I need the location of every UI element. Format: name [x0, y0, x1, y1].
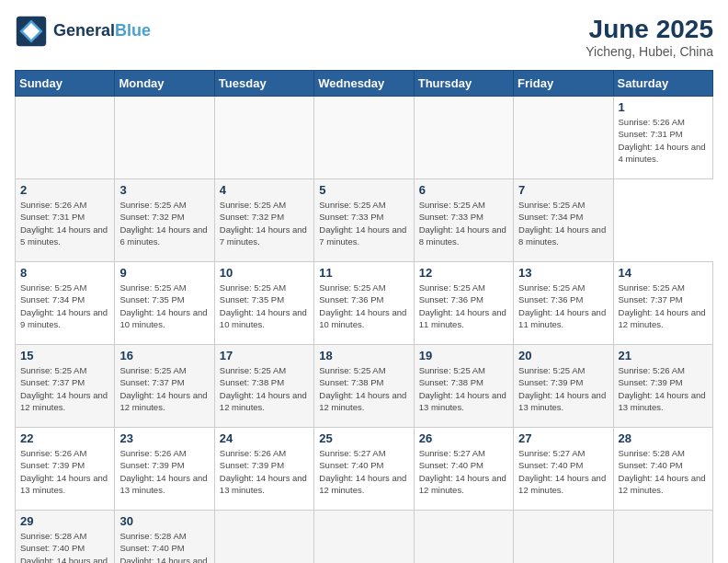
calendar-day-cell: 29 Sunrise: 5:28 AM Sunset: 7:40 PM Dayl…	[16, 511, 115, 564]
day-info: Sunrise: 5:28 AM Sunset: 7:40 PM Dayligh…	[20, 530, 109, 563]
day-info: Sunrise: 5:25 AM Sunset: 7:33 PM Dayligh…	[419, 199, 508, 247]
calendar-day-cell: 3 Sunrise: 5:25 AM Sunset: 7:32 PM Dayli…	[115, 179, 214, 262]
day-number: 13	[518, 266, 608, 280]
day-number: 1	[619, 100, 708, 114]
calendar-day-cell: 4 Sunrise: 5:25 AM Sunset: 7:32 PM Dayli…	[214, 179, 313, 262]
title-block: June 2025 Yicheng, Hubei, China	[586, 15, 713, 59]
day-number: 21	[619, 349, 708, 362]
day-info: Sunrise: 5:26 AM Sunset: 7:31 PM Dayligh…	[20, 199, 109, 247]
day-number: 6	[419, 183, 508, 197]
day-info: Sunrise: 5:25 AM Sunset: 7:34 PM Dayligh…	[518, 199, 608, 247]
calendar-day-cell: 26 Sunrise: 5:27 AM Sunset: 7:40 PM Dayl…	[414, 428, 513, 511]
day-info: Sunrise: 5:26 AM Sunset: 7:39 PM Dayligh…	[119, 447, 209, 496]
calendar-day-cell: 9 Sunrise: 5:25 AM Sunset: 7:35 PM Dayli…	[115, 262, 214, 345]
day-info: Sunrise: 5:27 AM Sunset: 7:40 PM Dayligh…	[419, 447, 508, 496]
day-number: 26	[419, 431, 508, 445]
day-number: 9	[119, 266, 209, 280]
calendar-day-cell: 15 Sunrise: 5:25 AM Sunset: 7:37 PM Dayl…	[16, 345, 115, 428]
day-number: 11	[319, 266, 408, 280]
calendar-week-row: 22 Sunrise: 5:26 AM Sunset: 7:39 PM Dayl…	[16, 428, 713, 511]
day-info: Sunrise: 5:25 AM Sunset: 7:37 PM Dayligh…	[20, 364, 109, 413]
calendar-day-cell: 7 Sunrise: 5:25 AM Sunset: 7:34 PM Dayli…	[514, 179, 613, 262]
day-number: 5	[319, 183, 408, 197]
day-number: 8	[20, 266, 109, 280]
calendar-day-cell	[613, 511, 712, 564]
day-number: 3	[119, 183, 209, 197]
weekday-header: Wednesday	[314, 71, 414, 97]
calendar-day-cell: 20 Sunrise: 5:25 AM Sunset: 7:39 PM Dayl…	[514, 345, 613, 428]
calendar-day-cell: 17 Sunrise: 5:25 AM Sunset: 7:38 PM Dayl…	[214, 345, 313, 428]
day-number: 16	[119, 349, 209, 362]
page-header: GeneralBlue June 2025 Yicheng, Hubei, Ch…	[15, 15, 713, 59]
day-info: Sunrise: 5:25 AM Sunset: 7:38 PM Dayligh…	[419, 364, 508, 413]
calendar-week-row: 2 Sunrise: 5:26 AM Sunset: 7:31 PM Dayli…	[16, 179, 713, 262]
weekday-header: Saturday	[613, 71, 712, 97]
day-info: Sunrise: 5:25 AM Sunset: 7:37 PM Dayligh…	[119, 364, 209, 413]
day-info: Sunrise: 5:25 AM Sunset: 7:35 PM Dayligh…	[220, 282, 309, 330]
day-info: Sunrise: 5:28 AM Sunset: 7:40 PM Dayligh…	[119, 530, 209, 563]
calendar-day-cell: 19 Sunrise: 5:25 AM Sunset: 7:38 PM Dayl…	[414, 345, 513, 428]
calendar-day-cell: 10 Sunrise: 5:25 AM Sunset: 7:35 PM Dayl…	[214, 262, 313, 345]
calendar-day-cell	[414, 97, 513, 179]
calendar-day-cell	[214, 511, 313, 564]
day-info: Sunrise: 5:25 AM Sunset: 7:38 PM Dayligh…	[220, 364, 309, 413]
calendar-week-row: 8 Sunrise: 5:25 AM Sunset: 7:34 PM Dayli…	[16, 262, 713, 345]
calendar-day-cell: 18 Sunrise: 5:25 AM Sunset: 7:38 PM Dayl…	[314, 345, 414, 428]
day-info: Sunrise: 5:25 AM Sunset: 7:33 PM Dayligh…	[319, 199, 408, 247]
day-number: 18	[319, 349, 408, 362]
calendar-day-cell	[115, 97, 214, 179]
weekday-header: Sunday	[16, 71, 115, 97]
calendar-day-cell: 8 Sunrise: 5:25 AM Sunset: 7:34 PM Dayli…	[16, 262, 115, 345]
weekday-header: Tuesday	[214, 71, 313, 97]
day-number: 17	[220, 349, 309, 362]
calendar-day-cell	[514, 511, 613, 564]
day-info: Sunrise: 5:25 AM Sunset: 7:32 PM Dayligh…	[119, 199, 209, 247]
logo-icon	[15, 15, 48, 48]
calendar-day-cell	[414, 511, 513, 564]
day-number: 15	[20, 349, 109, 362]
day-number: 2	[20, 183, 109, 197]
day-info: Sunrise: 5:25 AM Sunset: 7:38 PM Dayligh…	[319, 364, 408, 413]
day-number: 4	[220, 183, 309, 197]
day-number: 27	[518, 431, 608, 445]
day-number: 23	[119, 431, 209, 445]
calendar-day-cell	[314, 97, 414, 179]
calendar-day-cell: 13 Sunrise: 5:25 AM Sunset: 7:36 PM Dayl…	[514, 262, 613, 345]
day-info: Sunrise: 5:25 AM Sunset: 7:36 PM Dayligh…	[518, 282, 608, 330]
calendar-week-row: 15 Sunrise: 5:25 AM Sunset: 7:37 PM Dayl…	[16, 345, 713, 428]
day-info: Sunrise: 5:28 AM Sunset: 7:40 PM Dayligh…	[619, 447, 708, 496]
calendar-day-cell	[16, 97, 115, 179]
day-info: Sunrise: 5:25 AM Sunset: 7:34 PM Dayligh…	[20, 282, 109, 330]
calendar-day-cell	[514, 97, 613, 179]
day-number: 20	[518, 349, 608, 362]
weekday-header: Thursday	[414, 71, 513, 97]
calendar-week-row: 1 Sunrise: 5:26 AM Sunset: 7:31 PM Dayli…	[16, 97, 713, 179]
calendar-day-cell: 1 Sunrise: 5:26 AM Sunset: 7:31 PM Dayli…	[613, 97, 712, 179]
day-number: 28	[619, 431, 708, 445]
day-info: Sunrise: 5:26 AM Sunset: 7:39 PM Dayligh…	[20, 447, 109, 496]
day-number: 25	[319, 431, 408, 445]
calendar-day-cell: 6 Sunrise: 5:25 AM Sunset: 7:33 PM Dayli…	[414, 179, 513, 262]
day-info: Sunrise: 5:26 AM Sunset: 7:31 PM Dayligh…	[619, 116, 708, 165]
day-info: Sunrise: 5:26 AM Sunset: 7:39 PM Dayligh…	[619, 364, 708, 413]
day-number: 24	[220, 431, 309, 445]
calendar-day-cell: 14 Sunrise: 5:25 AM Sunset: 7:37 PM Dayl…	[613, 262, 712, 345]
weekday-header-row: SundayMondayTuesdayWednesdayThursdayFrid…	[16, 71, 713, 97]
day-info: Sunrise: 5:25 AM Sunset: 7:36 PM Dayligh…	[419, 282, 508, 330]
day-info: Sunrise: 5:27 AM Sunset: 7:40 PM Dayligh…	[518, 447, 608, 496]
logo: GeneralBlue	[15, 15, 151, 48]
day-number: 19	[419, 349, 508, 362]
calendar-day-cell: 24 Sunrise: 5:26 AM Sunset: 7:39 PM Dayl…	[214, 428, 313, 511]
calendar-title: June 2025	[586, 15, 713, 44]
calendar-day-cell: 28 Sunrise: 5:28 AM Sunset: 7:40 PM Dayl…	[613, 428, 712, 511]
calendar-day-cell: 21 Sunrise: 5:26 AM Sunset: 7:39 PM Dayl…	[613, 345, 712, 428]
calendar-day-cell: 25 Sunrise: 5:27 AM Sunset: 7:40 PM Dayl…	[314, 428, 414, 511]
calendar-subtitle: Yicheng, Hubei, China	[586, 44, 713, 59]
day-number: 12	[419, 266, 508, 280]
calendar-week-row: 29 Sunrise: 5:28 AM Sunset: 7:40 PM Dayl…	[16, 511, 713, 564]
day-number: 22	[20, 431, 109, 445]
calendar-day-cell: 5 Sunrise: 5:25 AM Sunset: 7:33 PM Dayli…	[314, 179, 414, 262]
day-info: Sunrise: 5:25 AM Sunset: 7:32 PM Dayligh…	[220, 199, 309, 247]
calendar-day-cell	[214, 97, 313, 179]
calendar-day-cell: 23 Sunrise: 5:26 AM Sunset: 7:39 PM Dayl…	[115, 428, 214, 511]
